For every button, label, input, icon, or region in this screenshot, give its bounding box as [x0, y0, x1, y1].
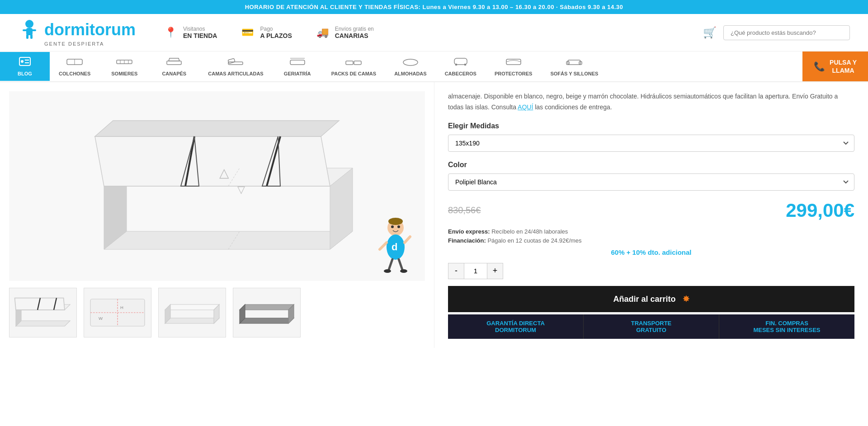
nav-item-packs[interactable]: PACKS DE CAMAS: [322, 52, 385, 81]
svg-rect-3: [32, 29, 36, 31]
shipping-value: CANARIAS: [335, 32, 374, 39]
logo-subtitle: GENTE DESPIERTA: [44, 41, 104, 47]
nav-label-packs: PACKS DE CAMAS: [331, 71, 376, 76]
nav-label-cabeceros: CABECEROS: [445, 71, 476, 76]
guarantee-financing-line2: MESES SIN INTERESES: [724, 327, 850, 333]
nav-label-geriatria: GERIATRÍA: [284, 71, 311, 76]
nav-item-somieres[interactable]: SOMIERES: [99, 52, 149, 81]
logo-text: dormitorum: [44, 20, 136, 39]
description-link[interactable]: AQUÍ: [518, 103, 533, 111]
nav-item-canapes[interactable]: CANAPÉS: [149, 52, 199, 81]
cart-animation-icon: ✸: [683, 295, 689, 304]
guarantee-direct-line1: GARANTÍA DIRECTA: [453, 320, 579, 327]
logo-area[interactable]: dormitorum GENTE DESPIERTA: [18, 19, 136, 47]
financing-info: Financiación: Págalo en 12 cuotas de 24.…: [448, 237, 854, 244]
nav-item-sofas[interactable]: SOFÁS Y SILLONES: [541, 52, 607, 81]
guarantee-transport-line2: GRATUITO: [588, 327, 714, 333]
quantity-plus-button[interactable]: +: [487, 263, 503, 279]
shipping-label: Envíos gratis en: [335, 26, 374, 32]
thumbnail-2[interactable]: W H: [84, 288, 151, 337]
svg-marker-58: [16, 321, 70, 326]
payment-icon: 💳: [240, 25, 255, 41]
location-icon: 📍: [163, 25, 179, 41]
color-select[interactable]: Polipiel Blanca: [448, 173, 854, 191]
description-text-before: almacenaje. Disponible en blanco, negro,…: [448, 93, 838, 111]
top-banner: HORARIO DE ATENCIÓN AL CLIENTE Y TIENDAS…: [0, 0, 868, 14]
payment-value: A PLAZOS: [260, 32, 292, 39]
thumbnail-1[interactable]: [9, 288, 77, 337]
thumbnail-3[interactable]: [158, 288, 226, 337]
nav-item-camas[interactable]: CAMAS ARTICULADAS: [199, 52, 272, 81]
quantity-input[interactable]: [464, 263, 487, 279]
svg-marker-73: [240, 318, 294, 323]
cta-label: PULSA YLLAMA: [830, 58, 857, 75]
svg-marker-36: [95, 136, 330, 186]
price-section: 830,56€ 299,00€: [448, 200, 854, 221]
svg-rect-20: [290, 60, 305, 65]
current-price: 299,00€: [786, 200, 854, 221]
nav-item-colchones[interactable]: COLCHONES: [50, 52, 99, 81]
search-input[interactable]: [723, 25, 850, 40]
nav-cta-button[interactable]: 📞 PULSA YLLAMA: [802, 51, 868, 81]
nav-item-geriatria[interactable]: GERIATRÍA: [273, 52, 322, 81]
svg-rect-25: [454, 58, 467, 65]
svg-rect-29: [568, 60, 580, 65]
nav-item-protectores[interactable]: PROTECTORES: [486, 52, 542, 81]
svg-point-49: [397, 225, 400, 228]
svg-point-0: [25, 20, 33, 28]
nav-item-blog[interactable]: BLOG: [0, 52, 50, 81]
store-label: Visitanos: [183, 26, 217, 32]
main-content: △ ▽ d: [0, 82, 868, 348]
svg-point-7: [21, 60, 24, 63]
svg-rect-2: [23, 29, 27, 31]
shipping-info[interactable]: 🚚 Envíos gratis en CANARIAS: [315, 25, 374, 41]
nav-label-canapes: CANAPÉS: [162, 71, 186, 76]
sofas-icon: [566, 56, 582, 69]
svg-point-56: [384, 269, 391, 273]
svg-text:d: d: [392, 241, 397, 253]
discount-badge: 60% + 10% dto. adicional: [448, 248, 854, 256]
svg-line-52: [380, 243, 387, 249]
cart-icon[interactable]: 🛒: [703, 26, 717, 39]
svg-rect-22: [346, 61, 353, 65]
svg-point-47: [388, 218, 403, 225]
svg-rect-28: [506, 59, 521, 65]
guarantee-financing: FIN. COMPRAS MESES SIN INTERESES: [719, 314, 854, 339]
shipping-express: Envío express: Recíbelo en 24/48h labora…: [448, 228, 854, 235]
nav-item-cabeceros[interactable]: CABECEROS: [436, 52, 486, 81]
svg-text:▽: ▽: [237, 184, 245, 195]
guarantee-financing-line1: FIN. COMPRAS: [724, 320, 850, 327]
nav-label-protectores: PROTECTORES: [495, 71, 533, 76]
color-label: Color: [448, 161, 854, 169]
size-select[interactable]: 135x190: [448, 135, 854, 152]
svg-text:H: H: [120, 305, 123, 310]
logo-title: dormitorum: [18, 19, 136, 41]
add-to-cart-button[interactable]: Añadir al carrito ✸: [448, 286, 854, 312]
quantity-minus-button[interactable]: -: [448, 263, 464, 279]
product-description: almacenaje. Disponible en blanco, negro,…: [448, 91, 854, 113]
geriatria-icon: [289, 56, 306, 69]
thumbnail-4[interactable]: [233, 288, 301, 337]
svg-text:W: W: [99, 316, 103, 321]
svg-rect-16: [167, 61, 181, 65]
nav-label-somieres: SOMIERES: [111, 71, 137, 76]
payment-label: Pago: [260, 26, 292, 32]
header-right: 🛒: [703, 25, 850, 40]
svg-rect-27: [464, 64, 466, 66]
nav-item-almohadas[interactable]: ALMOHADAS: [385, 52, 436, 81]
guarantee-direct: GARANTÍA DIRECTA DORMITORUM: [448, 314, 584, 339]
camas-icon: [227, 56, 244, 69]
svg-marker-17: [169, 58, 179, 61]
svg-rect-1: [26, 28, 33, 35]
svg-rect-4: [26, 34, 28, 39]
truck-icon: 🚚: [315, 25, 330, 41]
almohadas-icon: [402, 56, 419, 69]
original-price: 830,56€: [448, 205, 481, 215]
payment-info[interactable]: 💳 Pago A PLAZOS: [240, 25, 292, 41]
svg-point-24: [403, 59, 418, 66]
nav-label-sofas: SOFÁS Y SILLONES: [550, 71, 598, 76]
header-info: 📍 Visitanos EN TIENDA 💳 Pago A PLAZOS 🚚 …: [163, 25, 676, 41]
protectores-icon: [505, 56, 522, 69]
banner-text: HORARIO DE ATENCIÓN AL CLIENTE Y TIENDAS…: [245, 4, 623, 10]
store-info[interactable]: 📍 Visitanos EN TIENDA: [163, 25, 217, 41]
